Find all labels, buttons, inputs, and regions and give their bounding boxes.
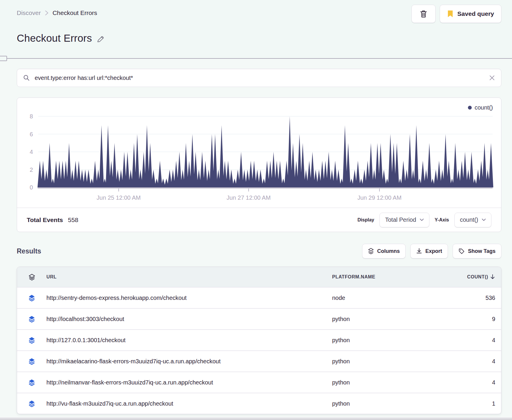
count-cell: 4 xyxy=(456,337,501,344)
table-row[interactable]: http://127.0.0.1:3001/checkout python 4 xyxy=(17,329,501,350)
search-icon xyxy=(23,74,30,81)
show-tags-button-label: Show Tags xyxy=(468,248,496,254)
header-actions: Saved query xyxy=(411,5,501,23)
table-row[interactable]: http://mikaelacarino-flask-errors-m3uuiz… xyxy=(17,350,501,372)
display-value: Total Period xyxy=(385,216,416,223)
results-heading: Results xyxy=(17,247,41,255)
download-icon xyxy=(416,248,422,254)
platform-cell: python xyxy=(332,358,456,365)
saved-query-button[interactable]: Saved query xyxy=(440,5,501,23)
display-label: Display xyxy=(357,217,374,223)
column-header-count[interactable]: COUNT() xyxy=(456,274,501,280)
search-input[interactable] xyxy=(34,74,485,82)
table-header-row: URL PLATFORM.NAME COUNT() xyxy=(17,267,501,287)
total-events-label: Total Events xyxy=(27,216,63,224)
column-header-platform[interactable]: PLATFORM.NAME xyxy=(332,274,456,280)
table-row[interactable]: http://localhost:3003/checkout python 9 xyxy=(17,308,501,329)
breadcrumb: Discover Checkout Errors xyxy=(17,9,97,16)
count-cell: 9 xyxy=(456,316,501,322)
events-chart[interactable]: 02468Jun 25 12:00 AMJun 27 12:00 AMJun 2… xyxy=(17,98,500,208)
count-cell: 4 xyxy=(456,358,501,365)
svg-text:4: 4 xyxy=(30,149,33,155)
breadcrumb-current: Checkout Errors xyxy=(53,9,97,16)
breadcrumb-discover[interactable]: Discover xyxy=(17,9,41,16)
chart-legend[interactable]: count() xyxy=(468,104,493,111)
platform-cell: python xyxy=(332,400,456,407)
url-cell: http://sentry-demos-express.herokuapp.co… xyxy=(46,295,332,301)
clear-search-icon[interactable] xyxy=(489,75,495,81)
total-events-value: 558 xyxy=(68,216,78,224)
url-cell: http://vu-flask-m3uuizd7iq-uc.a.run.app/… xyxy=(46,400,332,407)
svg-text:Jun 29 12:00 AM: Jun 29 12:00 AM xyxy=(357,194,401,201)
count-cell: 536 xyxy=(456,295,501,301)
column-header-count-label: COUNT() xyxy=(467,274,488,280)
page-header: Discover Checkout Errors Saved query Che… xyxy=(0,0,512,59)
chart-controls: Display Total Period Y-Axis count() xyxy=(357,213,491,227)
page-title: Checkout Errors xyxy=(17,32,92,44)
chevron-down-icon xyxy=(420,219,424,221)
export-button[interactable]: Export xyxy=(410,244,448,258)
total-events: Total Events 558 xyxy=(27,216,78,224)
results-table: URL PLATFORM.NAME COUNT() http://sentry-… xyxy=(17,267,501,414)
export-button-label: Export xyxy=(425,248,442,254)
show-tags-button[interactable]: Show Tags xyxy=(453,244,501,258)
tag-icon xyxy=(459,248,465,254)
stack-icon xyxy=(368,248,374,254)
layers-icon[interactable] xyxy=(28,294,36,302)
svg-text:2: 2 xyxy=(30,167,33,173)
url-cell: http://127.0.0.1:3001/checkout xyxy=(46,337,332,344)
delete-query-button[interactable] xyxy=(411,5,436,23)
display-dropdown[interactable]: Total Period xyxy=(379,213,429,227)
legend-dot xyxy=(468,106,472,110)
chevron-down-icon xyxy=(482,219,486,221)
url-cell: http://localhost:3003/checkout xyxy=(46,316,332,322)
svg-text:0: 0 xyxy=(30,184,33,191)
column-header-url[interactable]: URL xyxy=(46,274,332,280)
platform-cell: python xyxy=(332,316,456,322)
window-bottom-edge xyxy=(0,417,512,420)
table-row[interactable]: http://neilmanvar-flask-errors-m3uuizd7i… xyxy=(17,372,501,393)
search-bar xyxy=(17,69,501,87)
count-cell: 1 xyxy=(456,400,501,407)
yaxis-value: count() xyxy=(460,216,478,223)
layers-icon[interactable] xyxy=(28,379,36,386)
table-row[interactable]: http://sentry-demos-express.herokuapp.co… xyxy=(17,287,501,308)
table-row[interactable]: http://vu-flask-m3uuizd7iq-uc.a.run.app/… xyxy=(17,393,501,414)
platform-cell: node xyxy=(332,295,456,301)
trash-icon xyxy=(419,10,428,18)
sort-desc-icon xyxy=(490,274,495,280)
layers-icon[interactable] xyxy=(28,400,36,407)
url-cell: http://mikaelacarino-flask-errors-m3uuiz… xyxy=(46,358,332,365)
platform-cell: python xyxy=(332,337,456,344)
chart-panel: count() 02468Jun 25 12:00 AMJun 27 12:00… xyxy=(17,98,501,232)
svg-text:6: 6 xyxy=(30,131,33,137)
svg-text:8: 8 xyxy=(30,113,33,120)
legend-label: count() xyxy=(475,104,493,111)
edit-title-icon[interactable] xyxy=(96,35,104,43)
header-icon-cell xyxy=(17,273,46,281)
layers-icon xyxy=(28,273,36,281)
count-cell: 4 xyxy=(456,379,501,386)
platform-cell: python xyxy=(332,379,456,386)
results-actions: Columns Export Show Tags xyxy=(362,244,501,258)
url-cell: http://neilmanvar-flask-errors-m3uuizd7i… xyxy=(46,379,332,386)
columns-button[interactable]: Columns xyxy=(362,244,406,258)
layers-icon[interactable] xyxy=(28,336,36,344)
chart-footer: Total Events 558 Display Total Period Y-… xyxy=(17,208,501,232)
svg-text:Jun 25 12:00 AM: Jun 25 12:00 AM xyxy=(97,194,141,201)
layers-icon[interactable] xyxy=(28,357,36,365)
layers-icon[interactable] xyxy=(28,315,36,323)
svg-text:Jun 27 12:00 AM: Jun 27 12:00 AM xyxy=(227,194,271,201)
yaxis-label: Y-Axis xyxy=(435,217,449,223)
panel-collapse-handle[interactable] xyxy=(0,56,7,61)
breadcrumb-chevron-icon xyxy=(45,10,48,16)
columns-button-label: Columns xyxy=(377,248,400,254)
yaxis-dropdown[interactable]: count() xyxy=(454,213,491,227)
bookmark-icon xyxy=(447,10,454,18)
saved-query-label: Saved query xyxy=(457,10,494,17)
